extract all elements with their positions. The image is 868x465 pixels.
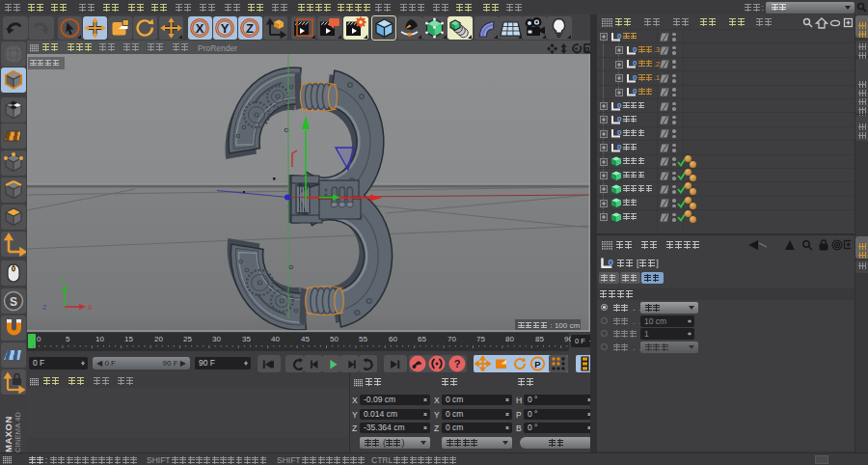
- svg-text:0: 0: [617, 143, 622, 151]
- svg-text:0: 0: [633, 59, 637, 68]
- svg-text:Z: Z: [42, 304, 47, 311]
- svg-text:0: 0: [617, 128, 622, 137]
- svg-text:0: 0: [633, 87, 637, 96]
- svg-text:X: X: [88, 304, 93, 311]
- svg-text:0: 0: [617, 32, 622, 41]
- svg-text:0: 0: [617, 101, 622, 110]
- svg-text:S: S: [10, 295, 17, 309]
- svg-text:0: 0: [633, 73, 637, 82]
- svg-text:0: 0: [609, 257, 614, 267]
- svg-text:0: 0: [633, 45, 637, 54]
- svg-text:Y: Y: [60, 278, 65, 285]
- svg-text:Z: Z: [246, 20, 254, 35]
- svg-text:?: ?: [454, 358, 461, 369]
- svg-text:X: X: [196, 20, 204, 35]
- svg-text:Y: Y: [221, 20, 230, 35]
- svg-text:P: P: [534, 358, 541, 369]
- svg-text:0: 0: [617, 115, 622, 123]
